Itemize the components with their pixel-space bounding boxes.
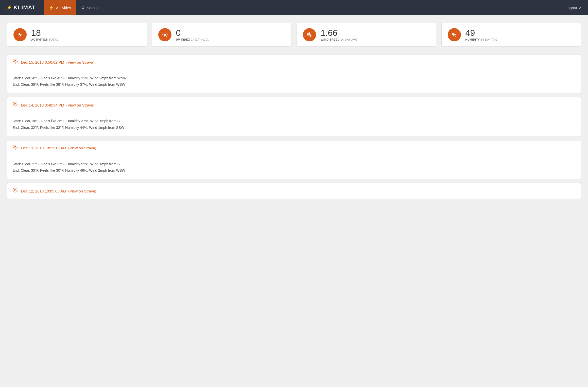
activity-title-3: Dec 13, 2018 10:23:15 AM (View on Strava… [21, 146, 96, 150]
svg-line-27 [13, 106, 14, 106]
activity-body-1: Start: Clear, 42°F, Feels like 42°F, Hum… [7, 70, 581, 93]
svg-point-1 [164, 34, 166, 36]
nav-item-settings[interactable]: ⚙ Settings [76, 0, 106, 15]
activity-card-4: Dec 12, 2018 10:05:05 AM (View on Strava… [7, 183, 581, 199]
uv-stat-label: UV INDEX 14 DAY AVG. [176, 38, 209, 41]
nav-item-activities[interactable]: ⚡ Activities [44, 0, 76, 15]
svg-line-6 [163, 33, 163, 33]
activity-end-2: End: Clear, 32°F, Feels like 32°F, Humid… [12, 126, 124, 130]
nav-item-settings-label: Settings [87, 6, 100, 10]
activity-start-3: Start: Clear, 27°F, Feels like 27°F, Hum… [12, 162, 120, 166]
stat-cards-container: 18 ACTIVITIES TOTAL [7, 23, 581, 47]
activity-title-2: Dec 14, 2018 3:48:34 PM (View on Strava) [21, 103, 94, 107]
strava-link-1[interactable]: (View on Strava) [65, 60, 94, 64]
activities-stat-icon [13, 28, 27, 41]
svg-line-7 [166, 36, 167, 37]
svg-line-45 [13, 191, 14, 192]
activity-datetime-3: Dec 13, 2018 10:23:15 AM [21, 146, 66, 150]
logo-text: KLIMAT [13, 4, 36, 11]
activity-sun-icon-1 [12, 59, 18, 66]
activity-header-3: Dec 13, 2018 10:23:15 AM (View on Strava… [7, 140, 581, 156]
uv-stat-icon [158, 28, 171, 41]
svg-line-33 [13, 146, 14, 146]
activity-card-1: Dec 15, 2018 3:56:02 PM (View on Strava)… [7, 54, 581, 93]
svg-line-44 [16, 188, 17, 189]
svg-line-35 [16, 146, 17, 146]
navigation: ⚡ KLIMAT ⚡ Activities ⚙ Settings Logout … [0, 0, 588, 15]
svg-point-37 [14, 189, 16, 191]
svg-line-25 [16, 106, 17, 106]
svg-point-10 [14, 60, 16, 62]
nav-item-activities-label: Activities [56, 6, 71, 10]
svg-point-19 [14, 103, 16, 105]
settings-nav-icon: ⚙ [81, 5, 85, 10]
activity-title-4: Dec 12, 2018 10:05:05 AM (View on Strava… [21, 189, 96, 193]
svg-line-9 [163, 36, 163, 37]
wind-stat-content: 1.66 WIND SPEED 14 DAY AVG. [321, 28, 358, 41]
humidity-stat-content: 49 HUMIDITY 14 DAY AVG. [465, 28, 499, 41]
activity-sun-icon-4 [12, 187, 18, 195]
svg-point-28 [14, 146, 16, 148]
activity-header-2: Dec 14, 2018 3:48:34 PM (View on Strava) [7, 97, 581, 113]
strava-link-2[interactable]: (View on Strava) [65, 103, 94, 107]
nav-items: ⚡ Activities ⚙ Settings [44, 0, 565, 15]
wind-stat-value: 1.66 [321, 28, 358, 37]
humidity-stat-icon: % [448, 28, 461, 41]
svg-line-26 [16, 102, 17, 103]
strava-link-4[interactable]: (View on Strava) [67, 189, 96, 193]
activity-body-3: Start: Clear, 27°F, Feels like 27°F, Hum… [7, 156, 581, 179]
activities-stat-value: 18 [31, 28, 58, 37]
svg-line-34 [16, 149, 17, 149]
activity-header-4: Dec 12, 2018 10:05:05 AM (View on Strava… [7, 183, 581, 199]
activity-sun-icon-3 [12, 145, 18, 152]
humidity-percent-symbol: % [452, 32, 457, 38]
svg-line-36 [13, 149, 14, 149]
activity-header-1: Dec 15, 2018 3:56:02 PM (View on Strava) [7, 55, 581, 70]
activity-end-1: End: Clear, 38°F, Feels like 38°F, Humid… [12, 82, 125, 86]
svg-line-43 [16, 191, 17, 192]
activity-list: Dec 15, 2018 3:56:02 PM (View on Strava)… [7, 54, 581, 199]
activities-nav-icon: ⚡ [49, 5, 54, 10]
activity-end-3: End: Clear, 30°F, Feels like 30°F, Humid… [12, 168, 125, 172]
activity-datetime-2: Dec 14, 2018 3:48:34 PM [21, 103, 64, 107]
activity-card-2: Dec 14, 2018 3:48:34 PM (View on Strava)… [7, 97, 581, 136]
activity-body-2: Start: Clear, 36°F, Feels like 36°F, Hum… [7, 113, 581, 136]
wind-stat-label: WIND SPEED 14 DAY AVG. [321, 38, 358, 41]
humidity-stat-value: 49 [465, 28, 499, 37]
activity-start-2: Start: Clear, 36°F, Feels like 36°F, Hum… [12, 119, 120, 123]
logout-icon: ↗ [579, 5, 582, 10]
svg-line-8 [166, 33, 167, 33]
wind-stat-icon [303, 28, 316, 41]
svg-line-18 [13, 63, 14, 63]
svg-line-15 [13, 60, 14, 60]
main-content: 18 ACTIVITIES TOTAL [0, 15, 588, 211]
strava-link-3[interactable]: (View on Strava) [67, 146, 96, 150]
activity-datetime-4: Dec 12, 2018 10:05:05 AM [21, 189, 66, 193]
svg-line-24 [13, 102, 14, 103]
svg-line-17 [16, 60, 17, 60]
app-logo: ⚡ KLIMAT [6, 4, 36, 11]
activities-stat-label: ACTIVITIES TOTAL [31, 38, 58, 41]
activity-start-1: Start: Clear, 42°F, Feels like 42°F, Hum… [12, 76, 127, 80]
stat-card-humidity: % 49 HUMIDITY 14 DAY AVG. [441, 23, 581, 47]
activity-sun-icon-2 [12, 101, 18, 109]
activity-datetime-1: Dec 15, 2018 3:56:02 PM [21, 60, 64, 64]
logout-button[interactable]: Logout ↗ [565, 5, 582, 10]
activity-title-1: Dec 15, 2018 3:56:02 PM (View on Strava) [21, 60, 94, 64]
svg-line-42 [13, 188, 14, 189]
logout-label: Logout [565, 6, 577, 10]
humidity-stat-label: HUMIDITY 14 DAY AVG. [465, 38, 499, 41]
uv-stat-content: 0 UV INDEX 14 DAY AVG. [176, 28, 209, 41]
activities-stat-content: 18 ACTIVITIES TOTAL [31, 28, 58, 41]
svg-marker-0 [18, 32, 22, 37]
uv-stat-value: 0 [176, 28, 209, 37]
activity-card-3: Dec 13, 2018 10:23:15 AM (View on Strava… [7, 140, 581, 179]
stat-card-uv: 0 UV INDEX 14 DAY AVG. [152, 23, 292, 47]
stat-card-activities: 18 ACTIVITIES TOTAL [7, 23, 147, 47]
stat-card-wind: 1.66 WIND SPEED 14 DAY AVG. [297, 23, 436, 47]
logo-symbol: ⚡ [6, 5, 12, 10]
svg-line-16 [16, 63, 17, 63]
